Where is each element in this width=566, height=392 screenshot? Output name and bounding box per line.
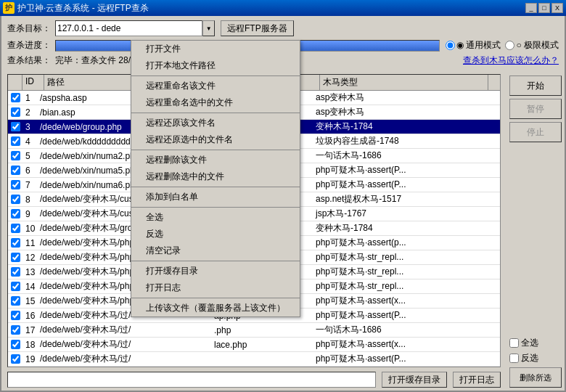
menu-item-7[interactable]: 远程还原选中的文件名 (131, 131, 300, 148)
general-mode-label: ◉ 通用模式 (456, 39, 501, 52)
row-id-14: 15 (22, 295, 37, 307)
row-id-17: 18 (22, 339, 37, 351)
open-cache-button[interactable]: 打开缓存目录 (382, 372, 447, 388)
maximize-button[interactable]: □ (538, 3, 550, 13)
row-checkbox-3[interactable] (8, 136, 22, 147)
row-id-18: 19 (22, 354, 37, 365)
row-checkbox-14[interactable] (8, 295, 22, 306)
pause-button[interactable]: 暂停 (509, 99, 562, 119)
menu-item-6[interactable]: 远程还原该文件名 (131, 115, 300, 131)
menu-item-15[interactable]: 反选 (131, 226, 300, 242)
row-filename-16: .php (211, 324, 313, 336)
row-id-13: 14 (22, 281, 37, 293)
row-checkbox-9[interactable] (8, 223, 22, 234)
table-row[interactable]: 17 /dede/web/变种木马/过/ .php 一句话木马-1686 (8, 323, 500, 338)
row-path-16: /dede/web/变种木马/过/ (37, 323, 211, 337)
row-type-6: php可疑木马·assert(P... (313, 178, 500, 192)
mode-radio-group: ◉ 通用模式 ○ 极限模式 (446, 39, 559, 52)
menu-item-4[interactable]: 远程重命名选中的文件 (131, 94, 300, 111)
row-id-0: 1 (22, 92, 37, 104)
menu-item-9[interactable]: 远程删除该文件 (131, 152, 300, 168)
row-checkbox-10[interactable] (8, 237, 22, 248)
menu-item-14[interactable]: 全选 (131, 209, 300, 226)
row-checkbox-6[interactable] (8, 179, 22, 190)
row-type-4: 一句话木马-1686 (313, 149, 500, 163)
row-type-0: asp变种木马 (313, 91, 500, 105)
menu-item-16[interactable]: 清空记录 (131, 242, 300, 259)
remote-ftp-button[interactable]: 远程FTP服务器 (221, 20, 294, 36)
dropdown-arrow[interactable]: ▼ (202, 20, 215, 36)
select-all-checkbox[interactable] (509, 338, 519, 348)
row-checkbox-11[interactable] (8, 252, 22, 263)
row-checkbox-8[interactable] (8, 208, 22, 219)
menu-divider-17 (131, 261, 300, 261)
row-checkbox-13[interactable] (8, 281, 22, 292)
row-id-8: 9 (22, 208, 37, 220)
delete-button[interactable]: 删除所选 (509, 367, 562, 388)
menu-item-1[interactable]: 打开本地文件路径 (131, 57, 300, 74)
menu-item-18[interactable]: 打开缓存目录 (131, 263, 300, 279)
row-type-13: php可疑木马·str_repl... (313, 279, 500, 293)
bottom-row-1: 打开缓存目录 打开日志 (7, 372, 501, 388)
row-checkbox-7[interactable] (8, 194, 22, 205)
result-link[interactable]: 查杀到木马应该怎么办？ (463, 54, 559, 67)
th-id: ID (22, 75, 44, 90)
th-checkbox (8, 75, 22, 90)
invert-check[interactable]: 反选 (509, 352, 562, 364)
menu-item-0[interactable]: 打开文件 (131, 41, 300, 57)
window-title: 护卫神·云查杀系统 - 远程FTP查杀 (17, 2, 525, 15)
table-row[interactable]: 18 /dede/web/变种木马/过/ lace.php php可疑木马·as… (8, 338, 500, 352)
progress-label: 查杀进度： (7, 39, 51, 52)
row-checkbox-4[interactable] (8, 150, 22, 161)
row-checkbox-16[interactable] (8, 324, 22, 335)
row-checkbox-12[interactable] (8, 266, 22, 277)
select-all-check[interactable]: 全选 (509, 337, 562, 349)
select-all-label: 全选 (521, 337, 538, 349)
row-id-5: 6 (22, 165, 37, 176)
row-type-14: php可疑木马·assert(x... (313, 294, 500, 308)
row-filename-18 (211, 359, 313, 360)
open-log-button[interactable]: 打开日志 (453, 372, 501, 388)
row-checkbox-2[interactable] (8, 121, 22, 132)
menu-item-21[interactable]: 上传该文件（覆盖服务器上该文件） (131, 300, 300, 317)
scan-target-input[interactable] (55, 20, 202, 36)
menu-divider-2 (131, 75, 300, 76)
path-input[interactable] (7, 372, 376, 388)
row-checkbox-18[interactable] (8, 354, 22, 364)
row-checkbox-15[interactable] (8, 310, 22, 321)
scan-target-label: 查杀目标： (7, 23, 51, 35)
row-type-18: php可疑木马·assert(P... (313, 352, 500, 366)
menu-item-12[interactable]: 添加到白名单 (131, 189, 300, 205)
row-checkbox-17[interactable] (8, 339, 22, 350)
start-button[interactable]: 开始 (509, 75, 562, 96)
row-id-16: 17 (22, 324, 37, 336)
row-type-7: asp.net提权木马-1517 (313, 192, 500, 206)
titlebar: 护 护卫神·云查杀系统 - 远程FTP查杀 _ □ X (0, 0, 566, 16)
row-checkbox-1[interactable] (8, 107, 22, 118)
row-id-1: 2 (22, 107, 37, 118)
row-type-16: 一句话木马-1686 (313, 323, 500, 337)
row-id-15: 16 (22, 310, 37, 322)
stop-button[interactable]: 停止 (509, 122, 562, 142)
bottom-panel: 打开缓存目录 打开日志 (1, 369, 506, 391)
general-mode-radio[interactable]: ◉ 通用模式 (446, 39, 501, 52)
app-icon: 护 (3, 2, 15, 14)
extreme-mode-label: ○ 极限模式 (516, 39, 559, 52)
invert-checkbox[interactable] (509, 354, 519, 363)
minimize-button[interactable]: _ (525, 3, 537, 13)
main-window: 查杀目标： ▼ 远程FTP服务器 查杀进度： ◉ 通用模式 ○ 极限模式 (0, 16, 566, 392)
th-type: 木马类型 (320, 75, 488, 90)
menu-item-19[interactable]: 打开日志 (131, 279, 300, 296)
invert-label: 反选 (521, 352, 538, 364)
extreme-mode-radio[interactable]: ○ 极限模式 (505, 39, 559, 52)
menu-divider-13 (131, 207, 300, 208)
menu-item-3[interactable]: 远程重命名该文件 (131, 78, 300, 94)
result-label: 查杀结果： (7, 54, 51, 67)
row-id-10: 11 (22, 237, 37, 249)
row-checkbox-5[interactable] (8, 165, 22, 176)
table-row[interactable]: 19 /dede/web/变种木马/过/ php可疑木马·assert(P... (8, 352, 500, 367)
row-type-5: php可疑木马·assert(P... (313, 163, 500, 177)
menu-item-10[interactable]: 远程删除选中的文件 (131, 168, 300, 185)
row-checkbox-0[interactable] (8, 92, 22, 103)
close-button[interactable]: X (551, 3, 563, 13)
